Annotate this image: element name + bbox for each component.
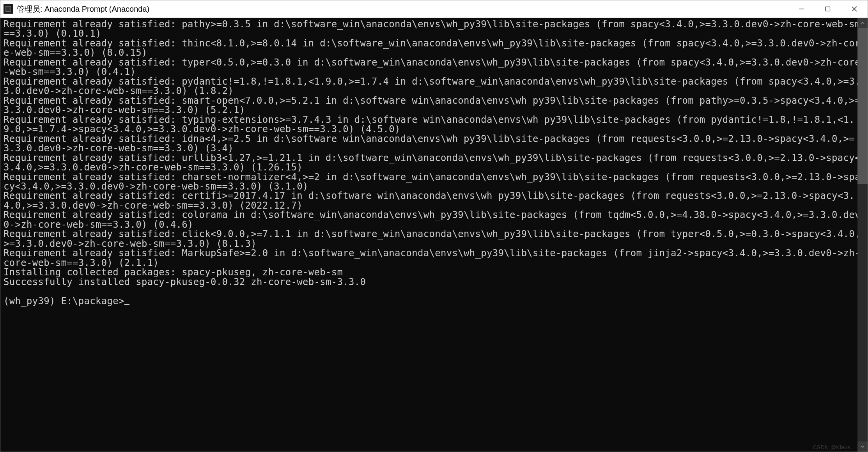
scrollbar[interactable] [857,18,868,452]
prompt: (wh_py39) E:\package> [4,296,124,307]
cursor [124,304,129,305]
terminal-window: 管理员: Anaconda Prompt (Anaconda) Requirem… [0,0,868,452]
scroll-up-button[interactable] [857,18,868,28]
window-title: 管理员: Anaconda Prompt (Anaconda) [17,4,788,14]
terminal-output: Requirement already satisfied: pathy>=0.… [4,19,864,306]
watermark: CSDN @Klaus… [813,445,856,450]
scroll-down-button[interactable] [857,441,868,452]
minimize-button[interactable] [788,0,815,18]
window-controls [788,0,868,18]
svg-rect-1 [826,7,830,11]
scroll-thumb[interactable] [857,28,868,184]
app-icon [4,4,13,14]
terminal-body[interactable]: Requirement already satisfied: pathy>=0.… [0,18,868,452]
maximize-button[interactable] [815,0,841,18]
close-button[interactable] [841,0,868,18]
titlebar[interactable]: 管理员: Anaconda Prompt (Anaconda) [0,0,868,18]
